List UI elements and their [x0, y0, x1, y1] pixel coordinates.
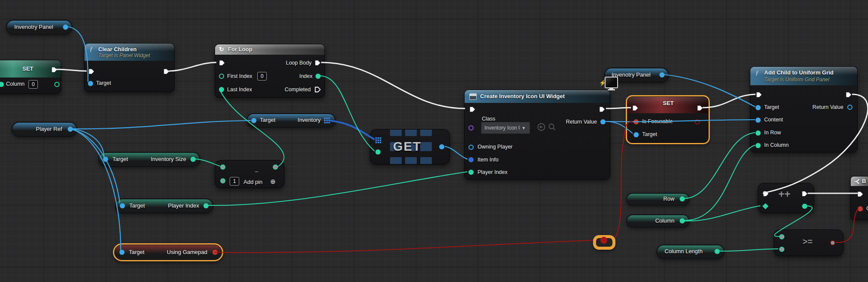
bool-output-pin[interactable] [212, 250, 218, 255]
variable-node-inventory[interactable]: Target Inventory [247, 113, 336, 127]
exec-in-pin[interactable] [88, 68, 95, 75]
condition-input-pin[interactable] [858, 206, 863, 211]
object-output-pin[interactable] [68, 127, 73, 132]
in-row-input-pin[interactable] [756, 130, 761, 136]
int-output-pin[interactable] [203, 203, 209, 208]
last-index-pin[interactable] [219, 87, 224, 92]
return-value-output-pin[interactable] [847, 105, 852, 110]
content-input-pin[interactable] [756, 118, 761, 123]
exec-in-pin[interactable] [857, 191, 864, 198]
variable-node-player-ref[interactable]: Player Ref [12, 122, 77, 136]
subtract-input-a-pin[interactable] [220, 164, 225, 170]
item-info-input-pin[interactable] [468, 157, 474, 162]
class-select-dropdown[interactable]: Inventory Icon U ▾ [481, 122, 530, 134]
array-grid-input-pin[interactable] [375, 137, 381, 143]
int-input-pin[interactable] [0, 82, 4, 87]
variable-node-row[interactable]: Row [626, 193, 690, 205]
create-widget-node[interactable]: Create Inventory Icon UI Widget Class In… [464, 90, 610, 180]
target-input-pin[interactable] [119, 250, 125, 255]
target-input-pin[interactable] [756, 105, 761, 110]
column-value-box[interactable]: 0 [28, 80, 38, 89]
exec-in-pin[interactable] [632, 105, 639, 112]
is-focusable-input-pin[interactable] [634, 119, 639, 124]
loop-body-exec-pin[interactable] [314, 59, 321, 66]
index-input-pin[interactable] [375, 149, 381, 155]
target-input-pin[interactable] [251, 118, 256, 123]
int-output-pin[interactable] [715, 249, 720, 254]
compare-input-a-pin[interactable] [779, 234, 784, 239]
add-pin-label[interactable]: Add pin [244, 179, 262, 185]
exec-in-pin[interactable] [219, 59, 225, 66]
return-value-output-pin[interactable] [600, 119, 606, 124]
set-column-node[interactable]: SET Column 0 [0, 60, 61, 94]
for-loop-node[interactable]: ↻ For Loop Loop Body First Index 0 Index… [215, 44, 325, 98]
subtract-value-box[interactable]: 1 [230, 177, 239, 186]
exec-out-pin[interactable] [163, 68, 170, 75]
variable-node-column-length[interactable]: Column Length [656, 245, 724, 259]
exec-out-pin[interactable] [801, 190, 808, 197]
target-input-pin[interactable] [120, 203, 125, 208]
variable-node-using-gamepad[interactable]: Target Using Gamepad [113, 243, 223, 261]
is-focusable-output-pin[interactable] [695, 119, 700, 124]
wire-column-to-increment[interactable] [684, 206, 760, 221]
wire-exec-loopbody-to-create[interactable] [321, 62, 465, 108]
add-child-node[interactable]: ƒ Add Child to Uniform Grid Target is Un… [750, 66, 858, 152]
wire-subtract-to-lastindex[interactable] [220, 90, 284, 167]
variable-node-column[interactable]: Column [626, 214, 690, 227]
in-column-input-pin[interactable] [756, 143, 761, 148]
branch-node[interactable]: B C [850, 176, 868, 220]
wire-exec-clear-to-forloop[interactable] [169, 62, 216, 71]
int-output-pin[interactable] [680, 218, 685, 223]
increment-node[interactable]: ++ [758, 183, 814, 213]
browse-asset-search-icon[interactable] [548, 123, 556, 131]
reroute-bool-pin[interactable] [600, 237, 607, 244]
clear-children-node[interactable]: ƒ Clear Children Target is Panel Widget … [84, 43, 175, 92]
target-input-pin[interactable] [88, 81, 93, 86]
subtract-node[interactable]: 1 − Add pin ⊕ [215, 160, 284, 188]
greater-equal-node[interactable]: >= [774, 229, 843, 256]
object-output-pin[interactable] [63, 25, 68, 30]
bool-result-output-pin[interactable] [830, 240, 835, 245]
get-array-node[interactable]: GET [370, 129, 450, 164]
first-index-value-box[interactable]: 0 [257, 72, 267, 81]
wire-playerref-to-inventory-target[interactable] [70, 121, 251, 129]
completed-exec-pin[interactable] [314, 86, 321, 93]
variable-node-player-index[interactable]: Target Player Index [115, 198, 213, 213]
object-output-pin[interactable] [659, 72, 665, 77]
array-grid-output-pin[interactable] [324, 118, 330, 124]
byref-value-pin[interactable] [762, 203, 768, 209]
int-output-pin[interactable] [54, 82, 59, 87]
set-is-focusable-node[interactable]: SET Is Focusable Target [627, 96, 709, 143]
result-output-pin[interactable] [802, 204, 807, 209]
index-output-pin[interactable] [315, 74, 321, 79]
variable-node-inventory-size[interactable]: Target Inventory Size [98, 152, 200, 167]
owning-player-input-pin[interactable] [468, 145, 474, 150]
wire-exec-set-to-addchild[interactable] [703, 94, 756, 108]
subtract-input-b-pin[interactable] [220, 178, 225, 183]
variable-node-inventory-panel-top[interactable]: Invenotry Panel [6, 20, 72, 34]
use-selected-asset-icon[interactable] [537, 123, 546, 131]
exec-out-pin[interactable] [696, 105, 703, 112]
int-output-pin[interactable] [680, 196, 685, 201]
wire-gamepad-to-reroute[interactable] [214, 240, 597, 253]
target-input-pin[interactable] [634, 132, 639, 137]
exec-in-pin[interactable] [469, 106, 476, 113]
exec-in-pin[interactable] [762, 190, 769, 197]
subtract-output-pin[interactable] [273, 164, 278, 170]
exec-in-pin[interactable] [756, 91, 762, 98]
wire-column-to-incolumn[interactable] [684, 145, 755, 220]
int-output-pin[interactable] [190, 157, 196, 162]
target-input-pin[interactable] [103, 157, 108, 162]
blueprint-graph-canvas[interactable]: Invenotry Panel SET Column 0 ƒ Clear Chi… [0, 0, 868, 282]
player-index-input-pin[interactable] [468, 170, 474, 175]
exec-out-pin[interactable] [599, 106, 606, 113]
wire-playerref-to-gamepad-target[interactable] [70, 129, 121, 251]
wire-columnlength-to-gte[interactable] [719, 249, 778, 251]
first-index-pin[interactable] [219, 74, 224, 79]
exec-out-pin[interactable] [51, 66, 58, 73]
add-pin-icon[interactable]: ⊕ [270, 178, 276, 186]
wire-inventory-to-get-array[interactable] [329, 121, 375, 139]
exec-out-pin[interactable] [845, 91, 852, 98]
element-output-pin[interactable] [439, 144, 444, 149]
compare-input-b-pin[interactable] [779, 247, 784, 252]
